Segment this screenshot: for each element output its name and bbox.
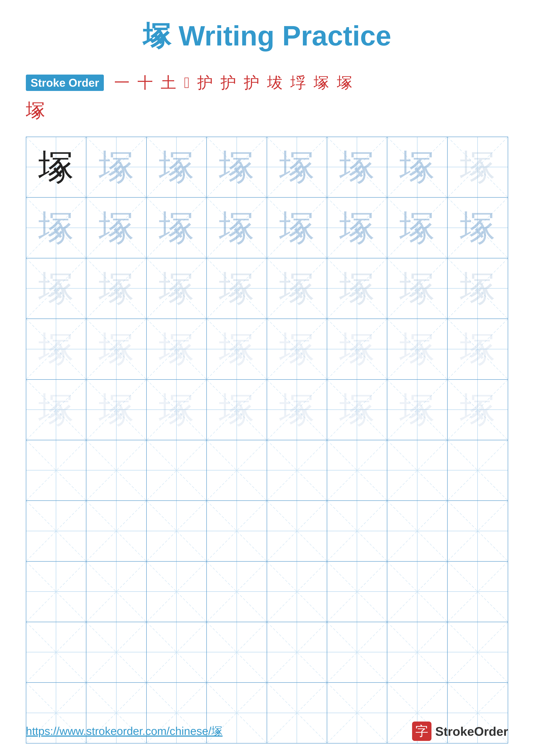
grid-cell-1-7[interactable]: 塚 <box>387 137 447 197</box>
grid-cell-1-2[interactable]: 塚 <box>87 137 146 197</box>
grid-row-7 <box>26 501 508 561</box>
svg-line-114 <box>87 562 146 622</box>
cell-char: 塚 <box>219 210 254 246</box>
grid-cell-8-1[interactable] <box>26 562 87 622</box>
grid-cell-9-5[interactable] <box>267 622 327 682</box>
cell-char: 塚 <box>99 271 134 306</box>
grid-row-4: 塚 塚 塚 塚 塚 塚 塚 <box>26 319 508 380</box>
grid-cell-2-4[interactable]: 塚 <box>207 198 267 258</box>
grid-cell-3-4[interactable]: 塚 <box>207 258 267 318</box>
grid-cell-5-2[interactable]: 塚 <box>87 380 146 440</box>
grid-cell-6-1[interactable] <box>26 440 87 500</box>
svg-line-107 <box>327 501 387 561</box>
footer-url[interactable]: https://www.strokeorder.com/chinese/塚 <box>26 724 222 739</box>
grid-cell-4-4[interactable]: 塚 <box>207 319 267 379</box>
grid-cell-7-6[interactable] <box>327 501 387 561</box>
grid-cell-9-3[interactable] <box>147 622 207 682</box>
svg-line-91 <box>327 440 387 500</box>
grid-cell-7-3[interactable] <box>147 501 207 561</box>
cell-char: 塚 <box>460 149 496 185</box>
grid-cell-1-3[interactable]: 塚 <box>147 137 207 197</box>
svg-line-134 <box>207 622 267 682</box>
grid-cell-2-6[interactable]: 塚 <box>327 198 387 258</box>
grid-cell-9-7[interactable] <box>387 622 447 682</box>
grid-cell-8-4[interactable] <box>207 562 267 622</box>
cell-char: 塚 <box>460 392 496 428</box>
stroke-11: 塚 <box>337 72 352 93</box>
svg-line-121 <box>267 562 327 622</box>
grid-cell-1-6[interactable]: 塚 <box>327 137 387 197</box>
grid-cell-8-7[interactable] <box>387 562 447 622</box>
grid-cell-9-8[interactable] <box>447 622 508 682</box>
cell-char: 塚 <box>99 331 134 367</box>
grid-cell-6-6[interactable] <box>327 440 387 500</box>
grid-cell-7-7[interactable] <box>387 501 447 561</box>
grid-cell-2-5[interactable]: 塚 <box>267 198 327 258</box>
grid-cell-5-4[interactable]: 塚 <box>207 380 267 440</box>
grid-cell-8-5[interactable] <box>267 562 327 622</box>
grid-cell-6-4[interactable] <box>207 440 267 500</box>
svg-line-81 <box>26 440 86 500</box>
svg-line-137 <box>267 622 327 682</box>
grid-cell-4-5[interactable]: 塚 <box>267 319 327 379</box>
grid-cell-1-5[interactable]: 塚 <box>267 137 327 197</box>
grid-cell-5-7[interactable]: 塚 <box>387 380 447 440</box>
grid-cell-5-5[interactable]: 塚 <box>267 380 327 440</box>
grid-cell-4-6[interactable]: 塚 <box>327 319 387 379</box>
grid-cell-6-3[interactable] <box>147 440 207 500</box>
grid-cell-2-2[interactable]: 塚 <box>87 198 146 258</box>
grid-cell-7-8[interactable] <box>447 501 508 561</box>
grid-cell-8-8[interactable] <box>447 562 508 622</box>
grid-cell-4-1[interactable]: 塚 <box>26 319 87 379</box>
stroke-9: 垺 <box>291 72 306 93</box>
grid-cell-8-6[interactable] <box>327 562 387 622</box>
title-text: Writing Practice <box>171 20 391 51</box>
grid-cell-6-5[interactable] <box>267 440 327 500</box>
grid-cell-4-7[interactable]: 塚 <box>387 319 447 379</box>
grid-cell-3-2[interactable]: 塚 <box>87 258 146 318</box>
grid-cell-5-8[interactable]: 塚 <box>447 380 508 440</box>
grid-cell-1-8[interactable]: 塚 <box>447 137 508 197</box>
grid-cell-7-1[interactable] <box>26 501 87 561</box>
grid-cell-4-8[interactable]: 塚 <box>447 319 508 379</box>
grid-cell-5-6[interactable]: 塚 <box>327 380 387 440</box>
svg-line-117 <box>147 562 206 622</box>
svg-line-103 <box>207 501 267 561</box>
cell-char: 塚 <box>38 210 74 246</box>
cell-char: 塚 <box>38 392 74 428</box>
cell-char: 塚 <box>399 210 435 246</box>
grid-cell-2-8[interactable]: 塚 <box>447 198 508 258</box>
grid-cell-3-7[interactable]: 塚 <box>387 258 447 318</box>
svg-line-139 <box>327 622 387 682</box>
grid-cell-5-3[interactable]: 塚 <box>147 380 207 440</box>
grid-cell-6-2[interactable] <box>87 440 146 500</box>
grid-cell-4-3[interactable]: 塚 <box>147 319 207 379</box>
grid-cell-3-1[interactable]: 塚 <box>26 258 87 318</box>
svg-line-141 <box>387 622 447 682</box>
grid-cell-4-2[interactable]: 塚 <box>87 319 146 379</box>
grid-cell-3-6[interactable]: 塚 <box>327 258 387 318</box>
grid-cell-9-4[interactable] <box>207 622 267 682</box>
grid-cell-2-7[interactable]: 塚 <box>387 198 447 258</box>
grid-cell-6-7[interactable] <box>387 440 447 500</box>
svg-line-124 <box>387 562 447 622</box>
grid-cell-7-2[interactable] <box>87 501 146 561</box>
grid-cell-1-4[interactable]: 塚 <box>207 137 267 197</box>
grid-cell-3-8[interactable]: 塚 <box>447 258 508 318</box>
grid-cell-9-6[interactable] <box>327 622 387 682</box>
grid-cell-5-1[interactable]: 塚 <box>26 380 87 440</box>
grid-cell-7-4[interactable] <box>207 501 267 561</box>
grid-cell-6-8[interactable] <box>447 440 508 500</box>
grid-cell-9-2[interactable] <box>87 622 146 682</box>
grid-cell-7-5[interactable] <box>267 501 327 561</box>
grid-cell-9-1[interactable] <box>26 622 87 682</box>
grid-cell-8-2[interactable] <box>87 562 146 622</box>
grid-cell-2-1[interactable]: 塚 <box>26 198 87 258</box>
grid-cell-3-3[interactable]: 塚 <box>147 258 207 318</box>
grid-cell-2-3[interactable]: 塚 <box>147 198 207 258</box>
grid-cell-3-5[interactable]: 塚 <box>267 258 327 318</box>
grid-cell-1-1[interactable]: 塚 <box>26 137 87 197</box>
svg-line-82 <box>87 440 146 500</box>
svg-line-115 <box>87 562 146 622</box>
grid-cell-8-3[interactable] <box>147 562 207 622</box>
